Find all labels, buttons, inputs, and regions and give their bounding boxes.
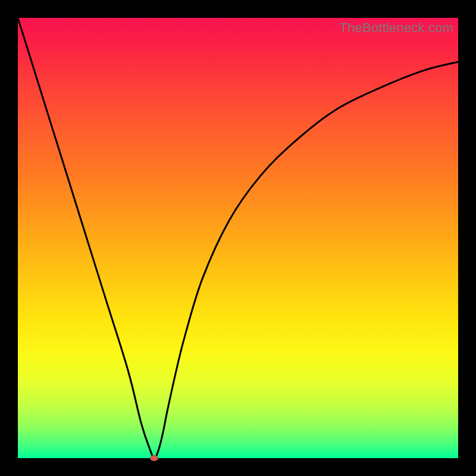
- optimum-marker: [150, 455, 158, 461]
- plot-area: TheBottleneck.com: [18, 18, 458, 458]
- bottleneck-curve: [18, 18, 458, 458]
- chart-frame: TheBottleneck.com: [0, 0, 476, 476]
- curve-path: [18, 18, 458, 458]
